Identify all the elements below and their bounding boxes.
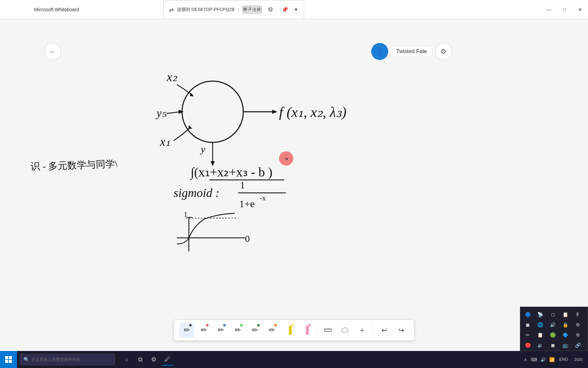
tray-network[interactable]: 📶 <box>548 355 556 364</box>
pen-green-tool[interactable]: ✏ <box>230 323 245 338</box>
svg-text:x₂: x₂ <box>166 70 178 84</box>
pen-black-tool[interactable]: ✏ <box>179 323 194 338</box>
taskbar-whiteboard-icon[interactable]: 🖊 <box>161 353 174 366</box>
stray-dark-mode[interactable]: ◼ <box>523 320 533 329</box>
stray-blue-icon[interactable]: 🔷 <box>560 330 570 340</box>
whiteboard-canvas[interactable]: ← 👤 Twisted Fate ⚙ f (x₁, x₂, λ₃) x₂ y₅ … <box>0 19 588 368</box>
drawing-toolbar: ✏ ✏ ✏ ✏ ✏ ✏ ▐ ▐ ＋ <box>174 320 414 341</box>
svg-rect-37 <box>9 360 12 363</box>
toolbar-divider-2 <box>373 324 373 336</box>
stray-sound[interactable]: 🔉 <box>536 340 545 350</box>
red-indicator: -x <box>279 151 293 166</box>
connection-label: 连接到 DESKTOP-PFCPQ2B <box>177 6 235 13</box>
svg-rect-35 <box>9 356 12 359</box>
start-button[interactable] <box>0 351 17 368</box>
stray-sq[interactable]: ◼ <box>548 340 558 350</box>
user-avatar: 👤 <box>371 43 388 60</box>
taskbar-search-box[interactable]: 🔍 <box>20 354 115 365</box>
svg-text:sigmoid :: sigmoid : <box>174 186 219 200</box>
stray-bluetooth[interactable]: 🔵 <box>523 310 533 319</box>
svg-text:1: 1 <box>184 210 187 218</box>
user-name-button[interactable]: Twisted Fate <box>391 46 432 57</box>
pen-orange-tool[interactable]: ✏ <box>264 323 279 338</box>
redo-button[interactable]: ↪ <box>394 323 409 338</box>
svg-marker-11 <box>189 125 192 129</box>
toolbar-divider-1 <box>317 324 317 336</box>
close-button[interactable]: ✕ <box>572 0 588 19</box>
svg-line-8 <box>167 112 180 113</box>
connection-icon: ⇄ <box>169 6 174 13</box>
pipe-separator: | <box>238 7 239 12</box>
svg-text:f (x₁, x₂, λ₃): f (x₁, x₂, λ₃) <box>279 104 346 120</box>
pen-yellow-highlight-tool[interactable]: ▐ <box>281 323 296 338</box>
svg-text:0: 0 <box>245 233 250 244</box>
taskbar-settings-icon[interactable]: ⚙ <box>148 353 160 366</box>
svg-rect-36 <box>5 360 8 363</box>
tray-volume[interactable]: 🔊 <box>539 355 547 364</box>
stray-network-2[interactable]: 🌐 <box>536 320 545 329</box>
svg-marker-6 <box>190 93 194 96</box>
pen-pink-highlight-tool[interactable]: ▐ <box>298 323 313 338</box>
title-bar: Microsoft Whiteboard ⇄ 连接到 DESKTOP-PFCPQ… <box>0 0 588 19</box>
stray-green-dot[interactable]: 🟢 <box>548 330 558 340</box>
svg-text:∫(x₁+x₂+x₃ - b ): ∫(x₁+x₂+x₃ - b ) <box>190 165 273 180</box>
svg-line-5 <box>177 85 192 95</box>
svg-marker-2 <box>272 110 277 114</box>
svg-text:-x: -x <box>260 194 266 202</box>
stray-volume-2[interactable]: 🔊 <box>548 320 558 329</box>
lang-indicator[interactable]: ENG <box>558 357 570 362</box>
stray-wifi[interactable]: 📡 <box>536 310 545 319</box>
disconnect-button[interactable]: 断开连接 <box>243 6 262 13</box>
taskbar-search-input[interactable] <box>31 357 106 362</box>
taskbar: 🔍 ○ ⧉ ⚙ 🖊 ∧ ⌨ 🔊 📶 ENG 2020 <box>0 351 588 368</box>
stray-monitor[interactable]: 📺 <box>560 340 570 350</box>
stray-red[interactable]: 🔴 <box>523 340 533 350</box>
app-title: Microsoft Whiteboard <box>0 7 79 12</box>
pen-red-tool[interactable]: ✏ <box>196 323 211 338</box>
svg-text:y₅: y₅ <box>156 107 167 119</box>
taskbar-task-view[interactable]: ⧉ <box>134 353 146 366</box>
minimize-button[interactable]: — <box>541 0 557 19</box>
stray-gear[interactable]: ⚙ <box>573 330 583 340</box>
undo-button[interactable]: ↩ <box>377 323 392 338</box>
pen-dark-green-tool[interactable]: ✏ <box>247 323 262 338</box>
tray-up-arrow[interactable]: ∧ <box>521 355 529 364</box>
add-tool[interactable]: ＋ <box>355 323 370 338</box>
system-tray: ∧ ⌨ 🔊 📶 <box>521 355 556 364</box>
pen-blue-tool[interactable]: ✏ <box>213 323 228 338</box>
user-area: 👤 Twisted Fate ⚙ <box>371 43 452 60</box>
stray-mic[interactable]: 🎙 <box>573 310 583 319</box>
taskbar-icons: ○ ⧉ ⚙ 🖊 <box>120 353 174 366</box>
svg-marker-9 <box>179 110 184 114</box>
connection-bar: ⇄ 连接到 DESKTOP-PFCPQ2B | 断开连接 ⚙ 📌 ▼ <box>163 0 304 19</box>
stray-display[interactable]: ◻ <box>548 310 558 319</box>
taskbar-cortana[interactable]: ○ <box>120 353 133 366</box>
search-icon: 🔍 <box>23 357 29 362</box>
taskbar-right: ∧ ⌨ 🔊 📶 ENG 2020 <box>521 355 588 364</box>
stray-edit[interactable]: ✏ <box>523 330 533 340</box>
svg-text:1: 1 <box>240 179 245 190</box>
settings-gear-button[interactable]: ⚙ <box>435 43 452 60</box>
pin-button[interactable]: 📌 <box>279 4 290 15</box>
svg-text:x₁: x₁ <box>160 135 170 149</box>
tray-keyboard[interactable]: ⌨ <box>530 355 538 364</box>
svg-point-0 <box>182 81 243 142</box>
settings-button-top[interactable]: ⚙ <box>265 4 276 15</box>
window-controls: — □ ✕ <box>541 0 588 19</box>
back-button[interactable]: ← <box>44 43 61 60</box>
ruler-tool[interactable] <box>321 323 336 338</box>
taskbar-clock[interactable]: 2020 <box>572 357 585 362</box>
stray-settings[interactable]: ⚙ <box>573 320 583 329</box>
svg-text:y: y <box>200 143 206 155</box>
expand-btn[interactable]: ▼ <box>294 7 298 12</box>
svg-point-33 <box>342 328 348 333</box>
maximize-button[interactable]: □ <box>557 0 572 19</box>
sys-tray-panel: 🔵 📡 ◻ 📋 🎙 ◼ 🌐 🔊 🔒 ⚙ ✏ 📋 🟢 🔷 ⚙ 🔴 🔉 ◼ 📺 🔗 <box>520 307 588 351</box>
stray-lock[interactable]: 🔒 <box>560 320 570 329</box>
drawing-svg: f (x₁, x₂, λ₃) x₂ y₅ x₁ y ∫(x₁+x₂+x₃ - b… <box>0 19 588 368</box>
lasso-tool[interactable] <box>338 323 353 338</box>
stray-clipboard[interactable]: 📋 <box>560 310 570 319</box>
svg-text:1+e: 1+e <box>239 198 255 209</box>
stray-copy[interactable]: 📋 <box>536 330 545 340</box>
stray-link[interactable]: 🔗 <box>573 340 583 350</box>
